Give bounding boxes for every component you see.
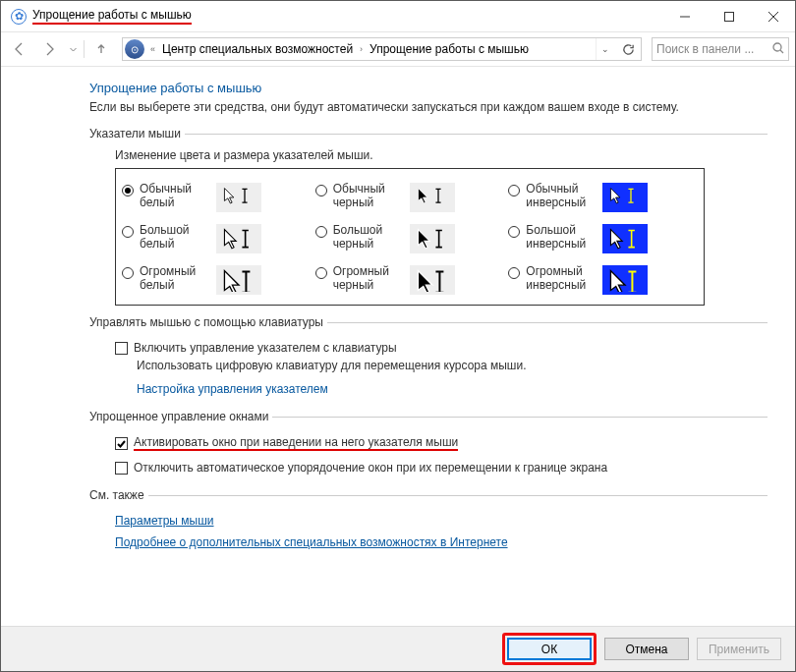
pointer-option-label: Большойбелый [140, 224, 210, 252]
pointer-option[interactable]: Обычныйчерный [313, 177, 507, 218]
forward-button[interactable] [36, 36, 62, 62]
checkbox-keyboard-control[interactable]: Включить управление указателем с клавиат… [115, 341, 768, 355]
radio-icon [122, 226, 134, 238]
breadcrumb-2[interactable]: Упрощение работы с мышью [367, 42, 532, 56]
breadcrumb-chevrons: « [148, 44, 157, 54]
pointer-preview-icon [410, 265, 455, 295]
cancel-button[interactable]: Отмена [604, 638, 689, 660]
back-button[interactable] [7, 36, 32, 62]
pointer-option-label: Обычныйинверсный [526, 183, 597, 210]
pointer-preview-icon [602, 183, 648, 212]
checkbox-activate-on-hover[interactable]: Активировать окно при наведении на него … [115, 435, 768, 451]
window: ✿ Упрощение работы с мышью ⊙ « Центр спе… [0, 0, 796, 672]
pointer-option-label: Большойчерный [333, 224, 404, 252]
pointer-option[interactable]: Обычныйбелый [120, 177, 313, 218]
page-intro: Если вы выберете эти средства, они будут… [89, 99, 768, 115]
radio-icon [315, 226, 327, 238]
window-title: Упрощение работы с мышью [32, 8, 192, 25]
pointer-option-label: Огромныйчерный [333, 265, 404, 293]
link-mouse-params[interactable]: Параметры мыши [115, 510, 768, 532]
page-title: Упрощение работы с мышью [89, 81, 768, 95]
pointer-option[interactable]: Большойбелый [120, 218, 313, 259]
radio-icon [315, 267, 327, 279]
radio-icon [315, 185, 327, 196]
svg-rect-0 [724, 12, 733, 21]
pointer-options-grid: Обычныйбелый Обычныйчерный Обычныйинверс… [115, 168, 705, 306]
search-icon [772, 42, 784, 57]
pointer-option[interactable]: Обычныйинверсный [506, 177, 700, 218]
annotation-ok-highlight: ОК [502, 633, 597, 665]
pointer-option[interactable]: Большойчерный [313, 218, 507, 259]
pointer-preview-icon [216, 265, 261, 295]
path-dropdown-icon[interactable]: ⌄ [596, 38, 613, 60]
pointer-option-label: Огромныйинверсный [526, 265, 597, 293]
pointer-preview-icon [410, 224, 455, 253]
apply-button[interactable]: Применить [697, 638, 781, 660]
refresh-button[interactable] [617, 38, 639, 60]
pointer-preview-icon [602, 265, 648, 295]
ok-button[interactable]: ОК [507, 638, 592, 660]
search-input[interactable]: Поиск в панели ... [652, 37, 789, 61]
keyboard-note: Использовать цифровую клавиатуру для пер… [137, 359, 768, 372]
close-button[interactable] [751, 1, 795, 31]
pointer-option[interactable]: Огромныйбелый [120, 259, 313, 301]
pointer-option-label: Огромныйбелый [140, 265, 210, 293]
group-windows: Упрощенное управление окнами Активироват… [89, 410, 768, 478]
checkbox-keyboard-label: Включить управление указателем с клавиат… [134, 341, 397, 355]
radio-icon [122, 267, 134, 279]
checkbox-snap-label: Отключить автоматическое упорядочение ок… [134, 461, 607, 475]
pointer-preview-icon [216, 183, 261, 212]
legend-pointers: Указатели мыши [89, 127, 185, 140]
breadcrumb[interactable]: ⊙ « Центр специальных возможностей › Упр… [122, 37, 642, 61]
pointer-option[interactable]: Большойинверсный [506, 218, 700, 259]
link-more-accessibility[interactable]: Подробнее о дополнительных специальных в… [115, 532, 768, 553]
recent-dropdown[interactable] [66, 36, 80, 62]
pointer-option[interactable]: Огромныйчерный [313, 259, 507, 301]
radio-icon [508, 267, 520, 279]
group-pointers: Указатели мыши Изменение цвета и размера… [89, 127, 768, 306]
pointer-option-label: Обычныйбелый [140, 183, 210, 210]
pointer-preview-icon [410, 183, 455, 212]
button-bar: ОК Отмена Применить [1, 626, 795, 671]
group-seealso: См. также Параметры мыши Подробнее о доп… [89, 488, 768, 553]
pointers-caption: Изменение цвета и размера указателей мыш… [115, 148, 768, 162]
cpl-icon: ⊙ [125, 39, 144, 59]
checkbox-activate-label: Активировать окно при наведении на него … [134, 435, 458, 451]
legend-windows: Упрощенное управление окнами [89, 410, 272, 423]
legend-keyboard: Управлять мышью с помощью клавиатуры [89, 315, 327, 329]
pointer-option[interactable]: Огромныйинверсный [506, 259, 700, 301]
pointer-preview-icon [216, 224, 261, 253]
radio-icon [508, 226, 520, 238]
pointer-option-label: Обычныйчерный [333, 183, 404, 210]
radio-icon [508, 185, 520, 196]
pointer-option-label: Большойинверсный [526, 224, 597, 252]
up-button[interactable] [88, 36, 114, 62]
svg-point-1 [773, 43, 781, 51]
navbar: ⊙ « Центр специальных возможностей › Упр… [1, 31, 795, 67]
app-icon: ✿ [11, 9, 27, 25]
breadcrumb-1[interactable]: Центр специальных возможностей [159, 42, 356, 56]
radio-icon [122, 185, 134, 196]
checkbox-disable-snap[interactable]: Отключить автоматическое упорядочение ок… [115, 461, 768, 475]
search-placeholder: Поиск в панели ... [656, 42, 754, 56]
titlebar: ✿ Упрощение работы с мышью [1, 1, 795, 31]
minimize-button[interactable] [662, 1, 707, 31]
chevron-right-icon: › [358, 44, 365, 54]
content: Упрощение работы с мышью Если вы выберет… [1, 67, 795, 626]
pointer-preview-icon [602, 224, 648, 253]
legend-seealso: См. также [89, 488, 148, 502]
group-keyboard: Управлять мышью с помощью клавиатуры Вкл… [89, 315, 768, 400]
maximize-button[interactable] [707, 1, 751, 31]
link-pointer-settings[interactable]: Настройка управления указателем [137, 378, 768, 400]
